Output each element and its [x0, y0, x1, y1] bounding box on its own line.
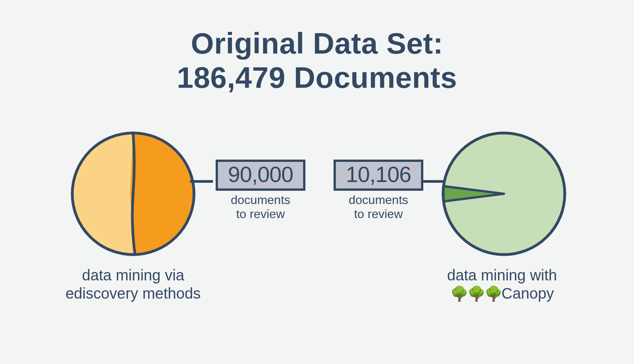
callout-left: 90,000 documents to review — [211, 160, 310, 221]
value-right: 10,106 — [346, 162, 411, 187]
pie-right — [439, 129, 569, 258]
value-box-right: 10,106 — [334, 160, 423, 191]
title-line-1: Original Data Set: — [191, 27, 443, 60]
caption-left: data mining via ediscovery methods — [42, 266, 224, 302]
pie-chart-ediscovery — [68, 129, 198, 258]
title-line-2: 186,479 Documents — [177, 61, 457, 94]
infographic: Original Data Set: 186,479 Documents 90,… — [0, 0, 634, 364]
pie-left — [68, 129, 198, 258]
pie-chart-canopy — [439, 129, 569, 258]
sub-right: documents to review — [331, 193, 426, 221]
value-left: 90,000 — [228, 162, 293, 187]
value-box-left: 90,000 — [216, 160, 305, 191]
caption-right: data mining with 🌳🌳🌳Canopy — [403, 266, 601, 303]
connector-line-left — [190, 180, 213, 183]
page-title: Original Data Set: 186,479 Documents — [0, 27, 634, 95]
sub-left: documents to review — [211, 193, 310, 221]
tree-icon: 🌳🌳🌳 — [450, 286, 502, 302]
callout-right: 10,106 documents to review — [331, 160, 426, 221]
